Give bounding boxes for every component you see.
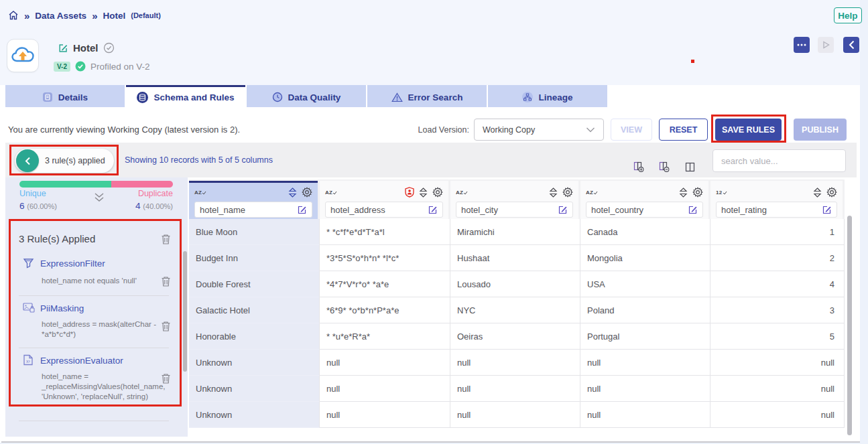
cell-hotel_name[interactable]: Unknown [189,350,320,376]
cell-hotel_address[interactable]: *4*7*V*r*o* *a*e [320,271,450,297]
cell-hotel_address[interactable]: *6*9* *o*b*n*P*a*e [320,297,450,323]
cell-hotel_country[interactable]: null [580,350,710,376]
cell-hotel_country[interactable]: Portugal [580,323,710,350]
split-column-icon[interactable] [684,161,696,173]
rule-name[interactable]: PiiMasking [40,303,84,313]
cell-hotel_rating[interactable]: null [710,350,845,376]
delete-rule-icon[interactable] [161,276,171,287]
view-button[interactable]: VIEW [611,119,652,141]
cell-hotel_rating[interactable]: 5 [710,323,845,350]
cell-hotel_address[interactable]: null [320,376,450,402]
search-input[interactable]: search value... [712,149,846,172]
delete-all-rules-icon[interactable] [161,234,171,245]
tab-error-search[interactable]: Error Search [367,85,487,107]
tab-data-quality[interactable]: Data Quality [247,85,366,107]
gear-icon[interactable] [302,187,312,198]
column-name-input[interactable]: hotel_rating [716,202,837,218]
cell-hotel_city[interactable]: Hushaat [450,245,580,271]
column-header-hotel_address: AZhotel_address [320,181,448,219]
delete-rule-icon[interactable] [161,321,171,332]
edit-column-icon[interactable] [558,205,568,215]
gear-icon[interactable] [432,187,443,198]
cell-hotel_city[interactable]: Lousado [450,271,580,297]
breadcrumb-data-assets[interactable]: Data Assets [35,11,86,21]
panel-scrollbar[interactable] [183,251,187,372]
run-button[interactable] [818,37,834,53]
version-message: You are currently viewing Working Copy (… [8,125,240,135]
edit-column-icon[interactable] [688,205,698,215]
sort-icon[interactable] [679,188,688,198]
cell-hotel_city[interactable]: NYC [450,297,580,323]
cell-hotel_country[interactable]: Poland [580,297,710,323]
column-name-input[interactable]: hotel_address [325,202,443,218]
cell-hotel_name[interactable]: Unknown [189,402,320,428]
cell-hotel_name[interactable]: Budget Inn [189,245,320,271]
sort-icon[interactable] [549,188,558,198]
cell-hotel_address[interactable]: *3*5*S*o*h*n* *l*c* [320,245,450,271]
cell-hotel_name[interactable]: Galactic Hotel [189,297,320,323]
cell-hotel_name[interactable]: Double Forest [189,271,320,297]
cell-hotel_country[interactable]: null [580,402,710,428]
back-button[interactable] [843,37,859,53]
cell-hotel_country[interactable]: Canada [580,219,710,245]
sort-icon[interactable] [813,188,822,198]
column-name-input[interactable]: hotel_country [586,202,703,218]
breadcrumb-hotel[interactable]: Hotel [103,11,125,21]
sort-icon[interactable] [288,188,297,198]
cell-hotel_rating[interactable]: null [710,376,845,402]
cell-hotel_rating[interactable]: 2 [710,245,845,271]
tab-lineage[interactable]: Lineage [488,85,607,107]
cell-hotel_rating[interactable]: 3 [710,297,845,323]
edit-column-icon[interactable] [297,205,307,215]
rule-name[interactable]: ExpressionEvaluator [40,356,123,366]
cell-hotel_address[interactable]: null [320,350,450,376]
cell-hotel_country[interactable]: Mongolia [580,245,710,271]
gear-icon[interactable] [692,187,703,198]
cell-hotel_address[interactable]: * *u*e*R*a* [320,323,450,350]
cell-hotel_city[interactable]: null [450,350,580,376]
column-name-input[interactable]: hotel_name [194,202,312,218]
table-row: Blue Moon* *c*f*e*d*T*a*lMiramichiCanada… [189,219,845,245]
add-column-icon[interactable] [633,161,645,173]
cell-hotel_rating[interactable]: null [710,402,845,428]
table-header: AZhotel_nameAZhotel_addressAZhotel_cityA… [189,179,845,219]
rule-name[interactable]: ExpressionFilter [40,258,105,269]
cell-hotel_city[interactable]: null [450,376,580,402]
cell-hotel_rating[interactable]: 1 [710,219,845,245]
help-button[interactable]: Help [834,7,862,23]
reset-button[interactable]: RESET [659,119,708,141]
cell-hotel_city[interactable]: Oeiras [450,323,580,350]
cell-hotel_country[interactable]: null [580,376,710,402]
edit-icon[interactable] [58,43,68,54]
gear-icon[interactable] [826,187,837,198]
table-row: Unknownnullnullnullnull [189,402,845,428]
pii-shield-icon[interactable] [405,187,414,198]
table-scrollbar[interactable] [847,216,852,435]
publish-button[interactable]: PUBLISH [794,119,847,141]
cell-hotel_address[interactable]: * *c*f*e*d*T*a*l [320,219,450,245]
delete-rule-icon[interactable] [161,373,171,384]
edit-column-icon[interactable] [428,205,438,215]
edit-column-icon[interactable] [822,205,832,215]
cell-hotel_city[interactable]: null [450,402,580,428]
cell-hotel_name[interactable]: Blue Moon [189,219,320,245]
version-select-value: Working Copy [483,125,535,135]
cell-hotel_rating[interactable]: 4 [710,271,845,297]
remove-column-icon[interactable] [659,161,670,173]
gear-icon[interactable] [562,187,573,198]
cell-hotel_name[interactable]: Unknown [189,376,320,402]
sort-icon[interactable] [419,188,428,198]
column-name-input[interactable]: hotel_city [456,202,573,218]
version-select[interactable]: Working Copy [474,119,604,141]
expand-chevron-icon[interactable] [92,192,106,206]
check-circle-icon[interactable] [103,42,115,54]
cell-hotel_city[interactable]: Miramichi [450,219,580,245]
tab-details[interactable]: Details [5,85,125,107]
cell-hotel_country[interactable]: USA [580,271,710,297]
home-icon[interactable] [8,10,19,21]
more-actions-button[interactable] [794,37,810,53]
alpha-sort-type-icon: AZ [325,190,337,196]
cell-hotel_address[interactable]: null [320,402,450,428]
cell-hotel_name[interactable]: Honorable [189,323,320,350]
tab-schema-and-rules[interactable]: Schema and Rules [126,85,245,107]
